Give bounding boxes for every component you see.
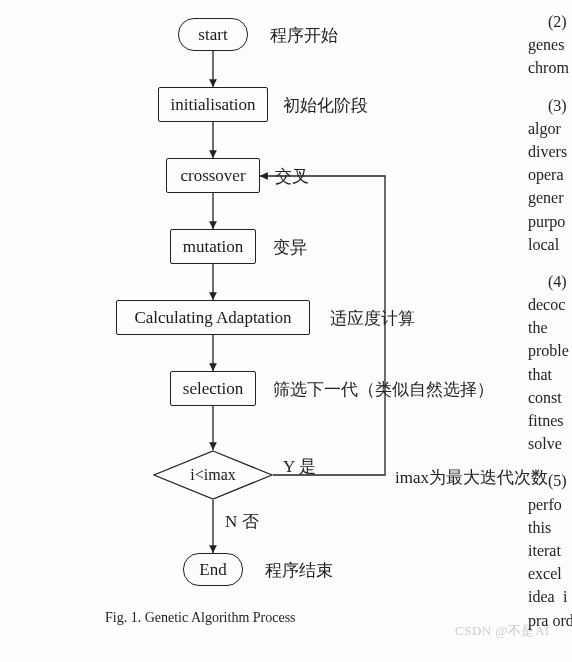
node-selection-label: selection xyxy=(183,379,243,399)
annot-selection: 筛选下一代（类似自然选择） xyxy=(273,378,494,401)
node-init-label: initialisation xyxy=(171,95,256,115)
side-text: (2) genes chrom (3) algor divers opera g… xyxy=(528,10,572,646)
node-calc-label: Calculating Adaptation xyxy=(134,308,291,328)
annot-crossover: 交叉 xyxy=(275,165,309,188)
node-start-label: start xyxy=(198,25,227,45)
side-p3: (4) decoc the in proble that const fitne… xyxy=(528,270,572,456)
node-decision: i<imax xyxy=(153,450,273,500)
annot-end: 程序结束 xyxy=(265,559,333,582)
node-crossover-label: crossover xyxy=(180,166,245,186)
node-mutation-label: mutation xyxy=(183,237,243,257)
annot-decision-right: imax为最大迭代次数 xyxy=(395,466,548,489)
figure-caption: Fig. 1. Genetic Algorithm Process xyxy=(105,610,296,626)
side-p1: (2) genes chrom xyxy=(528,10,572,80)
node-crossover: crossover xyxy=(166,158,260,193)
annot-init: 初始化阶段 xyxy=(283,94,368,117)
node-mutation: mutation xyxy=(170,229,256,264)
annot-mutation: 变异 xyxy=(273,236,307,259)
side-p2: (3) algor divers opera gener purpo local xyxy=(528,94,572,256)
annot-decision-n: N 否 xyxy=(225,510,259,533)
node-init: initialisation xyxy=(158,87,268,122)
node-calc: Calculating Adaptation xyxy=(116,300,310,335)
annot-decision-y: Y 是 xyxy=(283,455,316,478)
side-p4: (5) perfo this t iterat excel idea i in … xyxy=(528,469,572,631)
flowchart-canvas: start 程序开始 initialisation 初始化阶段 crossove… xyxy=(0,0,572,662)
node-selection: selection xyxy=(170,371,256,406)
node-end: End xyxy=(183,553,243,586)
node-start: start xyxy=(178,18,248,51)
annot-calc: 适应度计算 xyxy=(330,307,415,330)
annot-start: 程序开始 xyxy=(270,24,338,47)
node-end-label: End xyxy=(199,560,226,580)
node-decision-label: i<imax xyxy=(190,466,235,484)
